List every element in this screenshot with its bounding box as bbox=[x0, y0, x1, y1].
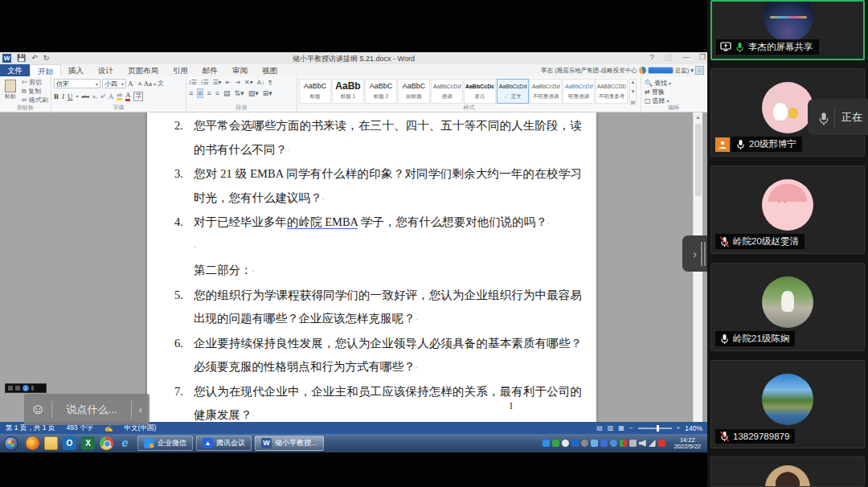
replace-button[interactable]: ⇄ 替换 bbox=[641, 88, 706, 96]
network-icon[interactable] bbox=[649, 440, 656, 447]
tray-icon[interactable] bbox=[620, 440, 627, 447]
taskbar-clock[interactable]: 14:22 2022/5/22 bbox=[668, 437, 704, 450]
superscript-button[interactable]: x² bbox=[100, 93, 105, 100]
shading-button[interactable]: ▨▾ bbox=[248, 89, 259, 97]
scrollbar-thumb[interactable] bbox=[695, 124, 702, 196]
tab-view[interactable]: 视图 bbox=[255, 64, 285, 76]
participant-tile-partial[interactable] bbox=[710, 456, 865, 487]
outlook-icon[interactable]: O bbox=[63, 436, 76, 450]
read-mode-button[interactable]: ▤ bbox=[596, 424, 603, 432]
doc-paragraph-4[interactable]: 4. 对于已经毕业多年的岭院 EMBA 学子，您有什么想要对他们说的吗？ bbox=[174, 211, 582, 235]
tray-icon[interactable] bbox=[571, 440, 579, 447]
zoom-slider[interactable] bbox=[638, 428, 672, 429]
style-subtitle[interactable]: AaBbC 副标题 bbox=[398, 79, 430, 104]
document-page[interactable]: 2. 您平常会选哪些方面的书来读，在三十、四十、五十等不同的人生阶段，读的书有什… bbox=[147, 113, 596, 422]
minimize-button[interactable]: — bbox=[682, 53, 690, 61]
font-size-combobox[interactable]: 小四▾ bbox=[102, 79, 126, 88]
mini-toolbar-icon[interactable] bbox=[15, 386, 20, 391]
align-center-button[interactable]: ≡ bbox=[197, 88, 203, 98]
taskbar-button-word[interactable]: W 储小平教授... bbox=[255, 436, 324, 451]
find-button[interactable]: 🔍 查找 ▾ bbox=[641, 79, 706, 88]
participant-tile-chenxian[interactable]: 岭院21级陈娴 bbox=[710, 263, 865, 351]
taskbar-button-wecom[interactable]: 企业微信 bbox=[137, 436, 193, 451]
account-info[interactable]: 李志 (雅居乐地产集团-战略投资中心 总监) ▾ ☺ bbox=[541, 66, 704, 75]
character-shading-button[interactable]: 字 bbox=[133, 92, 143, 101]
borders-button[interactable]: ⊞▾ bbox=[263, 89, 272, 97]
show-marks-button[interactable]: ¶ bbox=[268, 79, 272, 86]
highlight-color-button[interactable]: ab bbox=[117, 92, 122, 100]
tab-design[interactable]: 设计 bbox=[91, 64, 121, 76]
speaker-icon[interactable] bbox=[639, 440, 646, 447]
strikethrough-button[interactable]: abc bbox=[82, 93, 90, 100]
style-normal-selected[interactable]: AaBbCcDd ↙ 正文 bbox=[497, 79, 529, 104]
tab-layout[interactable]: 页面布局 bbox=[121, 64, 166, 76]
distribute-button[interactable]: ▤ bbox=[223, 89, 231, 97]
firefox-icon[interactable] bbox=[26, 436, 39, 450]
doc-empty-paragraph[interactable] bbox=[174, 235, 582, 260]
tab-mailings[interactable]: 邮件 bbox=[195, 64, 225, 76]
style-title[interactable]: AaBbC 标题 bbox=[299, 79, 331, 104]
asian-layout-button[interactable]: ✕▾ bbox=[244, 79, 253, 86]
mini-toolbar-icon[interactable] bbox=[31, 386, 34, 391]
help-button[interactable]: ? bbox=[650, 53, 654, 61]
tab-insert[interactable]: 插入 bbox=[61, 64, 91, 76]
font-color-button[interactable]: A bbox=[125, 91, 131, 101]
zoom-in-button[interactable]: + bbox=[677, 424, 681, 432]
increase-indent-button[interactable]: ⇥ bbox=[235, 79, 240, 86]
doc-paragraph-3[interactable]: 3. 您对 21 级 EMBA 同学有什么样的印象？对同学们剩余大约一年的在校学… bbox=[174, 162, 582, 211]
align-left-button[interactable]: ≡ bbox=[189, 89, 193, 97]
doc-paragraph-7[interactable]: 7. 您认为在现代企业中，企业主和员工应该保持怎样的关系，最有利于公司的健康发展… bbox=[174, 380, 582, 423]
tray-icon[interactable] bbox=[552, 440, 559, 447]
doc-section-heading[interactable]: 第二部分： bbox=[174, 259, 582, 284]
proofing-icon[interactable]: ✍ bbox=[99, 424, 119, 432]
style-intense-emphasis[interactable]: AaBbCcDd 明显强调 bbox=[563, 79, 595, 104]
style-heading1[interactable]: AaBb 标题 1 bbox=[332, 79, 364, 104]
tab-file[interactable]: 文件 bbox=[0, 64, 30, 76]
file-explorer-icon[interactable] bbox=[44, 436, 58, 450]
tab-home[interactable]: 开始 bbox=[30, 64, 61, 76]
bullets-button[interactable]: ⁝☰ bbox=[189, 79, 197, 86]
copy-button[interactable]: ⧉ 复制 bbox=[22, 88, 48, 96]
style-strong[interactable]: AaBbCcDc 要点 bbox=[464, 79, 496, 104]
tray-icon[interactable] bbox=[581, 440, 588, 447]
phonetic-guide-button[interactable]: 文 bbox=[158, 80, 164, 88]
underline-button[interactable]: U bbox=[68, 92, 73, 100]
style-subtle-emphasis[interactable]: AaBbCcDd 不明显强调 bbox=[530, 79, 562, 104]
styles-gallery-scrollbar[interactable]: ▲▼▤ bbox=[629, 79, 637, 105]
italic-button[interactable]: I bbox=[62, 92, 64, 100]
line-spacing-button[interactable]: ⇅▾ bbox=[235, 89, 244, 97]
internet-explorer-icon[interactable]: e bbox=[118, 436, 132, 450]
subscript-button[interactable]: x₂ bbox=[92, 93, 97, 100]
participant-tile-lijie[interactable]: 李杰的屏幕共享 bbox=[710, 0, 865, 60]
tray-icon[interactable] bbox=[629, 440, 637, 447]
grow-font-button[interactable]: A bbox=[128, 80, 133, 88]
sort-button[interactable]: A↓ bbox=[257, 79, 264, 86]
zoom-level[interactable]: 140% bbox=[685, 424, 702, 432]
excel-icon[interactable]: X bbox=[81, 436, 95, 450]
browser-icon[interactable] bbox=[100, 436, 113, 450]
shrink-font-button[interactable]: A bbox=[138, 80, 142, 87]
multilevel-list-button[interactable]: ☰▾ bbox=[212, 79, 221, 86]
tab-review[interactable]: 审阅 bbox=[225, 64, 255, 76]
chat-collapse-button[interactable]: ‹ bbox=[132, 403, 149, 415]
chat-input[interactable]: 说点什么... bbox=[52, 403, 130, 417]
emoji-icon[interactable]: ☺ bbox=[24, 401, 51, 418]
sidebar-resize-grip[interactable] bbox=[701, 242, 706, 266]
print-layout-button[interactable]: ▥ bbox=[608, 424, 614, 432]
restore-button[interactable]: ❐ bbox=[699, 53, 706, 61]
participant-tile-zhaowenqing[interactable]: 岭院20级赵雯清 bbox=[710, 166, 865, 254]
tab-references[interactable]: 引用 bbox=[166, 64, 195, 76]
paste-button[interactable]: 粘贴 bbox=[2, 79, 19, 104]
mini-toolbar-icon[interactable] bbox=[8, 386, 13, 391]
tray-icon[interactable] bbox=[591, 440, 598, 447]
doc-paragraph-2[interactable]: 2. 您平常会选哪些方面的书来读，在三十、四十、五十等不同的人生阶段，读的书有什… bbox=[174, 114, 582, 162]
ribbon-options-button[interactable]: ⬜ bbox=[664, 53, 673, 61]
text-effects-button[interactable]: A bbox=[108, 92, 114, 100]
decrease-indent-button[interactable]: ⇤ bbox=[226, 79, 231, 86]
participant-tile-phone[interactable]: 13829789879 bbox=[710, 360, 865, 448]
style-subtle-reference[interactable]: AABBCCDD 不明显参考 bbox=[596, 79, 628, 104]
zoom-out-button[interactable]: − bbox=[629, 424, 633, 432]
tray-icon[interactable] bbox=[610, 440, 617, 447]
zoom-slider-thumb[interactable] bbox=[657, 425, 659, 432]
font-name-combobox[interactable]: 仿宋▾ bbox=[54, 79, 100, 88]
